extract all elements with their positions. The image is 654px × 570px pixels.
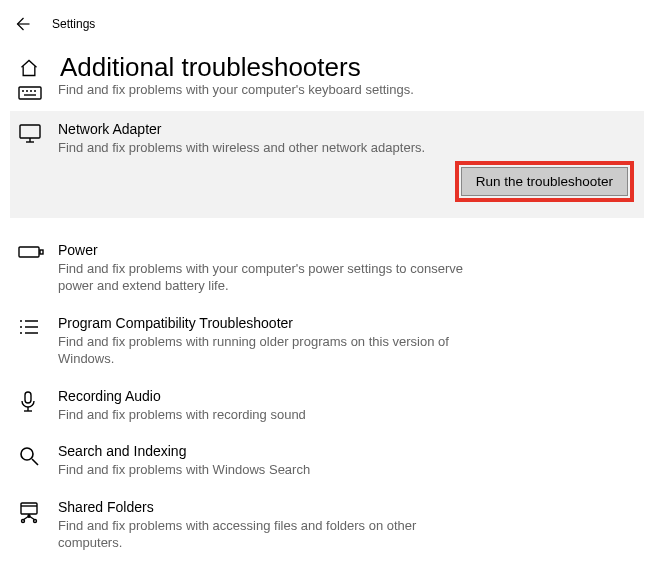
home-icon bbox=[18, 57, 40, 79]
battery-icon bbox=[18, 242, 58, 260]
item-desc: Find and fix problems with wireless and … bbox=[58, 139, 478, 157]
item-desc: Find and fix problems with your computer… bbox=[58, 260, 478, 295]
svg-line-29 bbox=[23, 516, 29, 520]
svg-rect-23 bbox=[21, 503, 37, 514]
run-button-highlight: Run the troubleshooter bbox=[455, 161, 634, 202]
monitor-icon bbox=[18, 121, 58, 145]
svg-point-21 bbox=[21, 448, 33, 460]
svg-rect-7 bbox=[20, 125, 40, 138]
svg-rect-11 bbox=[40, 250, 43, 254]
troubleshooter-item-recording-audio[interactable]: Recording Audio Find and fix problems wi… bbox=[10, 378, 644, 434]
item-desc: Find and fix problems with Windows Searc… bbox=[58, 461, 478, 479]
window-header: Settings bbox=[0, 0, 654, 44]
page-title: Additional troubleshooters bbox=[60, 52, 361, 83]
svg-line-30 bbox=[29, 516, 35, 520]
item-desc: Find and fix problems with your computer… bbox=[58, 81, 478, 99]
troubleshooter-item-search-indexing[interactable]: Search and Indexing Find and fix problem… bbox=[10, 433, 644, 489]
svg-rect-1 bbox=[19, 87, 41, 99]
list-icon bbox=[18, 315, 58, 337]
folder-network-icon bbox=[18, 499, 58, 525]
window-title: Settings bbox=[52, 17, 95, 31]
item-title: Recording Audio bbox=[58, 388, 634, 404]
item-desc: Find and fix problems with recording sou… bbox=[58, 406, 478, 424]
svg-line-22 bbox=[32, 459, 38, 465]
item-desc: Find and fix problems with accessing fil… bbox=[58, 517, 478, 552]
troubleshooter-item-network-adapter[interactable]: Network Adapter Find and fix problems wi… bbox=[10, 111, 644, 167]
troubleshooter-list: Find and fix problems with your computer… bbox=[0, 81, 654, 570]
item-desc: Find and fix problems with running older… bbox=[58, 333, 478, 368]
search-icon bbox=[18, 443, 58, 467]
troubleshooter-item-keyboard[interactable]: Find and fix problems with your computer… bbox=[10, 81, 644, 111]
troubleshooter-item-shared-folders[interactable]: Shared Folders Find and fix problems wit… bbox=[10, 489, 644, 562]
svg-rect-10 bbox=[19, 247, 39, 257]
keyboard-icon bbox=[18, 81, 58, 101]
item-title: Program Compatibility Troubleshooter bbox=[58, 315, 634, 331]
item-title: Search and Indexing bbox=[58, 443, 634, 459]
back-button[interactable] bbox=[10, 12, 34, 36]
item-title: Network Adapter bbox=[58, 121, 634, 137]
svg-rect-18 bbox=[25, 392, 31, 403]
troubleshooter-item-program-compatibility[interactable]: Program Compatibility Troubleshooter Fin… bbox=[10, 305, 644, 378]
microphone-icon bbox=[18, 388, 58, 414]
run-troubleshooter-button[interactable]: Run the troubleshooter bbox=[461, 167, 628, 196]
troubleshooter-item-network-adapter-selected: Network Adapter Find and fix problems wi… bbox=[10, 111, 644, 218]
item-title: Power bbox=[58, 242, 634, 258]
troubleshooter-item-power[interactable]: Power Find and fix problems with your co… bbox=[10, 232, 644, 305]
item-title: Shared Folders bbox=[58, 499, 634, 515]
